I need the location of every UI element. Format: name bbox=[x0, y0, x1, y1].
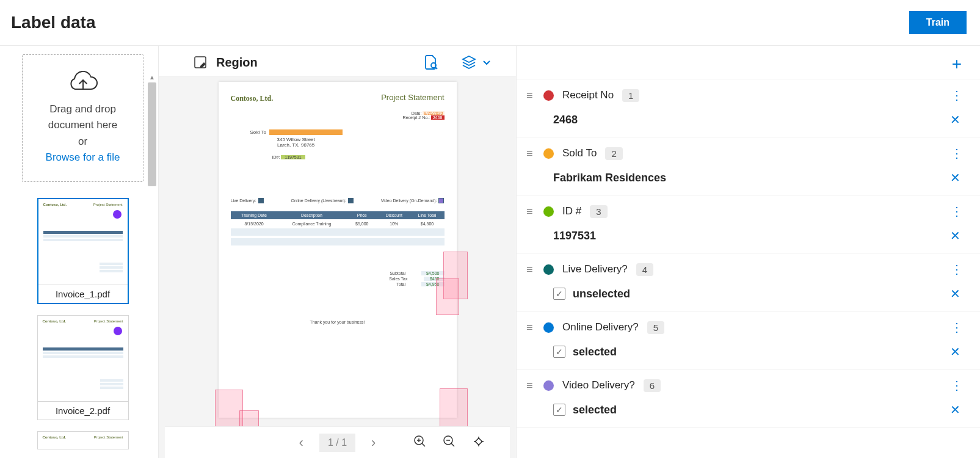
thumbnail-name: Invoice_1.pdf bbox=[38, 285, 128, 303]
tag-name[interactable]: Video Delivery? bbox=[562, 379, 635, 391]
region-draw-icon bbox=[193, 55, 208, 70]
train-button[interactable]: Train bbox=[909, 11, 967, 34]
document-panel: ▲ Region bbox=[159, 46, 516, 458]
doc-table-header: Training DateDescription PriceDiscount L… bbox=[231, 211, 445, 219]
thumbnail-labeled-dot-icon bbox=[113, 210, 122, 219]
svg-rect-4 bbox=[475, 438, 482, 445]
region-label: Region bbox=[216, 56, 258, 70]
zoom-out-button[interactable] bbox=[443, 435, 456, 451]
tag-color-dot bbox=[543, 148, 554, 159]
drag-handle-icon[interactable]: ≡ bbox=[526, 147, 543, 160]
checkbox-icon: ✓ bbox=[553, 404, 565, 416]
tag-value: selected bbox=[573, 404, 617, 416]
browse-link[interactable]: Browse for a file bbox=[46, 151, 120, 163]
scrollbar-up-icon[interactable]: ▲ bbox=[148, 74, 156, 81]
document-viewer[interactable]: Contoso, Ltd. Project Statement Date: 8/… bbox=[159, 77, 516, 458]
tag-more-icon[interactable]: ⋮ bbox=[946, 262, 968, 277]
tag-name[interactable]: Sold To bbox=[562, 147, 597, 159]
add-tag-button[interactable]: + bbox=[952, 54, 962, 74]
tag-name[interactable]: Live Delivery? bbox=[562, 263, 628, 275]
tag-value: selected bbox=[573, 346, 617, 358]
tag-more-icon[interactable]: ⋮ bbox=[946, 88, 968, 103]
selection-box[interactable] bbox=[436, 278, 459, 315]
region-tool[interactable]: Region bbox=[193, 55, 258, 70]
tag-color-dot bbox=[543, 380, 554, 391]
auto-label-icon[interactable] bbox=[423, 54, 439, 70]
thumbnail-name: Invoice_2.pdf bbox=[38, 401, 128, 420]
tag-more-icon[interactable]: ⋮ bbox=[946, 378, 968, 393]
tag-name[interactable]: ID # bbox=[562, 205, 581, 217]
thumbnail-invoice-1[interactable]: Contoso, Ltd.Project Statement Invoice_1… bbox=[37, 198, 129, 304]
viewer-bottom-bar: ‹ 1 / 1 › bbox=[165, 426, 510, 458]
drag-handle-icon[interactable]: ≡ bbox=[526, 263, 543, 276]
doc-address: 345 Willow Street Larch, TX, 98765 bbox=[277, 137, 315, 148]
page-indicator: 1 / 1 bbox=[319, 434, 355, 452]
tag-value: 2468 bbox=[553, 114, 578, 126]
remove-value-button[interactable]: ✕ bbox=[945, 402, 965, 417]
tag-row: ≡Live Delivery?4⋮✓unselected✕ bbox=[517, 253, 980, 311]
thumbnail-invoice-2[interactable]: Contoso, Ltd.Project Statement Invoice_2… bbox=[37, 315, 129, 420]
doc-id: ID#: 1197531 bbox=[272, 155, 305, 159]
tag-color-dot bbox=[543, 206, 554, 217]
doc-thanks: Thank you for your business! bbox=[219, 320, 457, 324]
tag-row: ≡Sold To2⋮Fabrikam Residences✕ bbox=[517, 137, 980, 195]
drag-handle-icon[interactable]: ≡ bbox=[526, 321, 543, 334]
zoom-in-button[interactable] bbox=[413, 435, 427, 451]
doc-delivery-checks: Live Delivery: Online Delivery (Livestre… bbox=[231, 198, 445, 203]
tag-hotkey: 2 bbox=[605, 147, 622, 160]
tag-row: ≡Online Delivery?5⋮✓selected✕ bbox=[517, 311, 980, 369]
tag-hotkey: 3 bbox=[590, 205, 607, 218]
tag-more-icon[interactable]: ⋮ bbox=[946, 320, 968, 335]
tags-header: + bbox=[517, 46, 980, 79]
tag-row: ≡Video Delivery?6⋮✓selected✕ bbox=[517, 369, 980, 427]
doc-sold-to: Sold To xxxxxxxxxxxxxxx bbox=[250, 129, 343, 135]
tag-color-dot bbox=[543, 322, 554, 333]
page-header: Label data Train bbox=[0, 0, 980, 46]
cloud-upload-icon bbox=[30, 71, 136, 96]
tag-value: Fabrikam Residences bbox=[553, 172, 666, 184]
scrollbar-thumb[interactable] bbox=[148, 82, 156, 186]
tag-more-icon[interactable]: ⋮ bbox=[946, 146, 968, 161]
doc-statement-title: Project Statement bbox=[381, 93, 444, 102]
remove-value-button[interactable]: ✕ bbox=[945, 286, 965, 301]
dropzone-line2: document here bbox=[48, 119, 117, 131]
tags-list: ≡Receipt No1⋮2468✕≡Sold To2⋮Fabrikam Res… bbox=[517, 79, 980, 458]
chevron-down-icon bbox=[482, 57, 492, 67]
checkbox-icon: ✓ bbox=[553, 288, 565, 300]
drag-handle-icon[interactable]: ≡ bbox=[526, 379, 543, 392]
drag-handle-icon[interactable]: ≡ bbox=[526, 89, 543, 102]
fit-button[interactable] bbox=[472, 435, 485, 451]
tag-more-icon[interactable]: ⋮ bbox=[946, 204, 968, 219]
dropzone-line3: or bbox=[78, 136, 87, 147]
doc-dates: Date: 8/20/2020 Receipt # No.: 2468 bbox=[403, 111, 445, 120]
remove-value-button[interactable]: ✕ bbox=[945, 170, 965, 185]
page-title: Label data bbox=[11, 13, 95, 32]
layers-icon bbox=[461, 54, 477, 70]
remove-value-button[interactable]: ✕ bbox=[945, 344, 965, 359]
doc-table-row: 8/15/2020Compliance Training $5,00010% $… bbox=[231, 221, 445, 227]
thumbnail-labeled-dot-icon bbox=[114, 327, 122, 335]
file-panel: Drag and drop document here or Browse fo… bbox=[0, 46, 159, 458]
document-page: Contoso, Ltd. Project Statement Date: 8/… bbox=[219, 82, 457, 418]
tag-hotkey: 1 bbox=[622, 89, 639, 102]
dropzone-line1: Drag and drop bbox=[49, 103, 116, 115]
thumbnail-partial[interactable]: Contoso, Ltd.Project Statement bbox=[37, 431, 129, 449]
tag-name[interactable]: Receipt No bbox=[562, 89, 614, 101]
prev-page-button[interactable]: ‹ bbox=[299, 435, 303, 451]
tag-color-dot bbox=[543, 90, 554, 101]
tag-hotkey: 6 bbox=[644, 379, 661, 392]
remove-value-button[interactable]: ✕ bbox=[945, 112, 965, 127]
main-area: Drag and drop document here or Browse fo… bbox=[0, 46, 980, 458]
tag-color-dot bbox=[543, 264, 554, 275]
drag-handle-icon[interactable]: ≡ bbox=[526, 205, 543, 218]
next-page-button[interactable]: › bbox=[371, 435, 376, 451]
tag-row: ≡ID #3⋮1197531✕ bbox=[517, 195, 980, 253]
tag-hotkey: 5 bbox=[647, 321, 664, 334]
tag-hotkey: 4 bbox=[636, 263, 653, 276]
tag-name[interactable]: Online Delivery? bbox=[562, 321, 639, 333]
layers-dropdown[interactable] bbox=[461, 54, 492, 70]
dropzone[interactable]: Drag and drop document here or Browse fo… bbox=[22, 54, 143, 182]
doc-company: Contoso, Ltd. bbox=[231, 94, 274, 103]
tags-panel: + ≡Receipt No1⋮2468✕≡Sold To2⋮Fabrikam R… bbox=[516, 46, 980, 458]
remove-value-button[interactable]: ✕ bbox=[945, 228, 965, 243]
